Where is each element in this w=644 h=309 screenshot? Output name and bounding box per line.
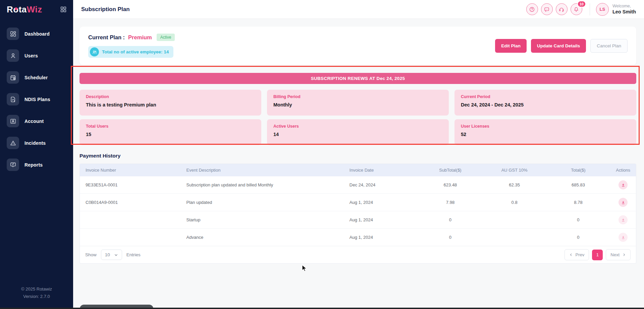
col-invoice-date: Invoice Date bbox=[344, 164, 418, 176]
sidebar-item-label: NDIS Plans bbox=[24, 97, 50, 102]
table-footer: Show 10 Entries Prev 1 bbox=[80, 246, 636, 263]
user-licenses-card: User Licenses 52 bbox=[454, 119, 636, 145]
next-page-button[interactable]: Next bbox=[606, 249, 631, 260]
warning-triangle-icon bbox=[7, 137, 19, 149]
sidebar-item-incidents[interactable]: Incidents bbox=[0, 134, 73, 152]
users-icon bbox=[7, 49, 19, 62]
edit-plan-button[interactable]: Edit Plan bbox=[495, 39, 527, 53]
active-users-card: Active Users 14 bbox=[267, 119, 449, 145]
table-row: C0B014A9-0001 Plan updated Aug 1, 2024 7… bbox=[80, 194, 636, 211]
download-invoice-button[interactable] bbox=[619, 233, 628, 242]
page-title: Subscription Plan bbox=[81, 6, 130, 13]
cell-gst bbox=[483, 211, 546, 229]
cell-gst: 0.8 bbox=[483, 194, 546, 211]
copyright-text: © 2025 Rotawiz bbox=[0, 285, 73, 293]
topbar: Subscription Plan 10 LS Welcome bbox=[73, 0, 644, 19]
cancel-plan-button[interactable]: Cancel Plan bbox=[590, 39, 628, 53]
current-page-button[interactable]: 1 bbox=[592, 250, 603, 260]
notification-count-badge: 10 bbox=[577, 1, 586, 7]
card-value: 15 bbox=[86, 132, 255, 137]
content: Current Plan : Premium Active Total no o… bbox=[73, 19, 644, 264]
card-value: Monthly bbox=[273, 102, 442, 107]
current-plan-card: Current Plan : Premium Active Total no o… bbox=[79, 27, 636, 65]
cell-date: Aug 1, 2024 bbox=[344, 194, 418, 211]
help-button[interactable] bbox=[526, 3, 538, 15]
document-plus-icon bbox=[7, 93, 19, 105]
subscription-renewal-banner: SUBSCRIPTION RENEWS AT Dec 24, 2025 bbox=[79, 73, 636, 84]
cell-date: Dec 24, 2024 bbox=[344, 176, 418, 194]
sidebar-item-account[interactable]: Account bbox=[0, 112, 73, 130]
pagination: Prev 1 Next bbox=[565, 249, 631, 260]
cell-date: Aug 1, 2024 bbox=[344, 211, 418, 229]
cell-subtotal: 7.98 bbox=[418, 194, 482, 211]
username: Leo Smith bbox=[612, 9, 636, 15]
col-invoice-number: Invoice Number bbox=[80, 164, 181, 176]
sidebar-footer: © 2025 Rotawiz Version: 2.7.0 bbox=[0, 285, 73, 300]
cell-total: 685.83 bbox=[546, 176, 610, 194]
table-row: Advance Aug 1, 2024 0 0 bbox=[80, 229, 636, 246]
chat-button[interactable] bbox=[541, 3, 553, 15]
page-size-select[interactable]: 10 bbox=[101, 250, 122, 260]
download-invoice-button[interactable] bbox=[619, 198, 628, 207]
total-users-card: Total Users 15 bbox=[79, 119, 261, 145]
table-row: 9E33E51A-0001 Subscription plan updated … bbox=[80, 176, 636, 194]
bottom-screen-edge bbox=[0, 308, 644, 309]
col-subtotal: SubTotal($) bbox=[418, 164, 482, 176]
sidebar-item-label: Reports bbox=[24, 162, 43, 168]
card-value: 14 bbox=[273, 132, 442, 137]
help-icon bbox=[529, 6, 535, 12]
cell-event: Plan updated bbox=[181, 194, 344, 211]
sidebar: RotaWiz Dashboard Users Scheduler NDIS P… bbox=[0, 0, 73, 309]
sidebar-item-users[interactable]: Users bbox=[0, 47, 73, 64]
dashboard-icon bbox=[7, 28, 19, 40]
scheduler-icon bbox=[7, 71, 19, 84]
sidebar-item-label: Incidents bbox=[24, 140, 46, 146]
entries-label: Entries bbox=[126, 252, 141, 257]
card-label: Description bbox=[86, 94, 255, 99]
cell-total: 0 bbox=[546, 229, 610, 246]
download-invoice-button[interactable] bbox=[619, 215, 628, 224]
chevron-down-icon bbox=[114, 253, 118, 257]
main-area: Subscription Plan 10 LS Welcome bbox=[73, 0, 644, 309]
cell-event: Subscription plan updated and billed Mon… bbox=[181, 176, 344, 194]
card-label: Billing Period bbox=[273, 94, 442, 99]
card-label: Total Users bbox=[86, 124, 255, 129]
status-badge: Active bbox=[157, 34, 175, 41]
version-text: Version: 2.7.0 bbox=[0, 293, 73, 300]
active-employee-chip: Total no of active employee: 14 bbox=[88, 46, 173, 58]
support-button[interactable] bbox=[556, 3, 568, 15]
current-plan-label: Current Plan : bbox=[88, 34, 125, 41]
card-value: Dec 24, 2024 - Dec 24, 2025 bbox=[461, 102, 630, 107]
avatar[interactable]: LS bbox=[596, 3, 609, 16]
page-size-value: 10 bbox=[105, 252, 110, 257]
notifications-button[interactable]: 10 bbox=[571, 3, 582, 15]
sidebar-menu: Dashboard Users Scheduler NDIS Plans Acc… bbox=[0, 19, 73, 174]
download-invoice-button[interactable] bbox=[619, 180, 628, 189]
welcome-block: Welcome, Leo Smith bbox=[612, 3, 636, 15]
col-event-description: Event Description bbox=[181, 164, 344, 176]
sidebar-item-ndis-plans[interactable]: NDIS Plans bbox=[0, 90, 73, 108]
cell-total: 0 bbox=[546, 211, 610, 229]
download-icon bbox=[621, 183, 626, 187]
sidebar-item-dashboard[interactable]: Dashboard bbox=[0, 25, 73, 43]
col-gst: AU GST 10% bbox=[483, 164, 546, 176]
sidebar-item-reports[interactable]: Reports bbox=[0, 156, 73, 174]
table-row: Startup Aug 1, 2024 0 0 bbox=[80, 211, 636, 229]
rotawiz-logo: RotaWiz bbox=[7, 4, 42, 15]
cell-total: 8.78 bbox=[546, 194, 610, 211]
cell-invoice bbox=[80, 211, 181, 229]
sidebar-item-label: Users bbox=[24, 53, 38, 58]
sidebar-item-scheduler[interactable]: Scheduler bbox=[0, 69, 73, 86]
prev-page-button[interactable]: Prev bbox=[565, 249, 589, 260]
chat-icon bbox=[544, 6, 550, 12]
welcome-label: Welcome, bbox=[612, 3, 636, 9]
update-card-details-button[interactable]: Update Card Details bbox=[531, 39, 586, 53]
sidebar-toggle-icon[interactable] bbox=[60, 6, 67, 13]
active-employee-text: Total no of active employee: 14 bbox=[102, 49, 169, 54]
next-label: Next bbox=[610, 252, 620, 257]
payment-history-table: Invoice Number Event Description Invoice… bbox=[79, 164, 636, 264]
sidebar-item-label: Account bbox=[24, 119, 44, 124]
download-icon bbox=[621, 218, 626, 222]
col-actions: Actions bbox=[610, 164, 636, 176]
card-label: Active Users bbox=[273, 124, 442, 129]
